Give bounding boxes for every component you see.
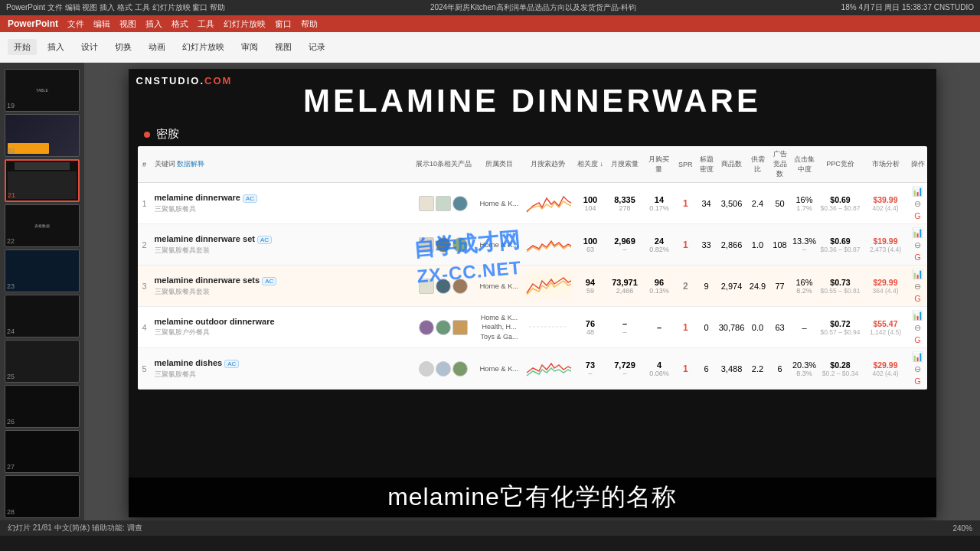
supply-cell-5: 2.2 (746, 348, 769, 390)
spr-cell-1: 1 (675, 183, 696, 224)
relevance-cell-3: 94 59 (574, 266, 606, 307)
ppc-cell-4: $0.72 $0.57 – $0.94 (818, 307, 863, 348)
prod-count-cell-5: 3,488 (717, 348, 746, 390)
slide-num-28: 28 (7, 508, 15, 516)
slide-canvas: CNSTUDIO.COM MELAMINE DINNERWARE 密胺 # 关键… (129, 69, 936, 517)
trend-cell-2 (522, 224, 574, 266)
click-focus-cell-4: – (791, 307, 818, 348)
slide-thumb-21[interactable]: 21 (5, 159, 80, 202)
ribbon-menu-format[interactable]: 格式 (172, 18, 188, 30)
actions-cell-4[interactable]: 📊 ⊖ G (909, 307, 927, 348)
slide-panel: TABLE 19 20 21 表格数据 22 23 (0, 63, 84, 520)
ribbon-menu-edit[interactable]: 编辑 (93, 18, 110, 30)
actions-cell-1[interactable]: 📊 ⊖ G (909, 183, 927, 224)
trend-cell-5 (522, 348, 574, 390)
category-cell-5: Home & K... (476, 348, 522, 390)
supply-cell-2: 1.0 (746, 224, 769, 266)
tab-view[interactable]: 视图 (269, 39, 298, 55)
status-left: 幻灯片 21/81 中文(简体) 辅助功能: 调查 (8, 523, 142, 533)
trend-chart-4 (525, 315, 571, 339)
tab-design[interactable]: 设计 (75, 39, 104, 55)
category-cell-1: Home & K... (476, 183, 522, 224)
subtitle-bar: melamine它有化学的名称 (129, 478, 936, 517)
ribbon-menu-insert[interactable]: 插入 (145, 18, 162, 30)
ppc-cell-5: $0.28 $0.2 – $0.34 (818, 348, 863, 390)
prod-count-cell-3: 2,974 (717, 266, 746, 307)
supply-cell-4: 0.0 (746, 307, 769, 348)
tab-insert[interactable]: 插入 (41, 39, 70, 55)
actions-cell-3[interactable]: 📊 ⊖ G (909, 266, 927, 307)
relevance-cell-5: 73 – (574, 348, 606, 390)
table-row: 2 melamine dinnerware set AC 三聚氰胺餐具套装 (138, 224, 927, 266)
mac-left: PowerPoint 文件 编辑 视图 插入 格式 工具 幻灯片放映 窗口 帮助 (6, 2, 225, 13)
actions-cell-5[interactable]: 📊 ⊖ G (909, 348, 927, 390)
click-focus-cell-5: 20.3% 8.3% (791, 348, 818, 390)
data-table-wrap: # 关键词 数据解释 展示10条相关产品 所属类目 月搜索趋势 相关度 ↓ 月搜… (138, 146, 927, 390)
slide-title: MELAMINE DINNERWARE (129, 69, 936, 126)
row-index-4: 4 (138, 307, 152, 348)
status-right: 240% (952, 524, 972, 533)
category-cell-4: Home & K...Health, H...Toys & Ga... (476, 307, 522, 348)
ad-count-cell-4: 63 (769, 307, 791, 348)
thumb-cell-5 (411, 348, 476, 390)
keyword-cell-4: melamine outdoor dinnerware 三聚氰胺户外餐具 (152, 307, 411, 348)
slide-thumb-19[interactable]: TABLE 19 (5, 69, 80, 112)
ribbon-menu-window[interactable]: 窗口 (275, 18, 292, 30)
ppt-toolbar: PowerPoint 文件 编辑 视图 插入 格式 工具 幻灯片放映 窗口 帮助 (0, 15, 980, 32)
buy-vol-cell-4: – (643, 307, 675, 348)
category-cell-2: Home & K... (476, 224, 522, 266)
title-density-cell-1: 34 (696, 183, 717, 224)
slide-thumb-24[interactable]: 24 (5, 295, 80, 337)
slide-thumb-26[interactable]: 26 (5, 385, 80, 428)
slide-thumb-25[interactable]: 25 (5, 340, 80, 383)
actions-cell-2[interactable]: 📊 ⊖ G (909, 224, 927, 266)
title-density-cell-5: 6 (696, 348, 717, 390)
click-focus-cell-3: 16% 8.2% (791, 266, 818, 307)
section-text: 密胺 (156, 127, 179, 142)
buy-vol-cell-5: 4 0.06% (643, 348, 675, 390)
slide-thumb-22[interactable]: 表格数据 22 (5, 204, 80, 247)
thumb-cell-4 (411, 307, 476, 348)
trend-cell-3 (522, 266, 574, 307)
ribbon-menu-file[interactable]: 文件 (67, 18, 84, 30)
prod-count-cell-1: 3,506 (717, 183, 746, 224)
status-bar: 幻灯片 21/81 中文(简体) 辅助功能: 调查 240% (0, 520, 980, 536)
tab-slideshow[interactable]: 幻灯片放映 (176, 39, 230, 55)
slide-num-24: 24 (7, 328, 15, 335)
search-vol-cell-2: 2,969 – (606, 224, 643, 266)
tab-transition[interactable]: 切换 (109, 39, 138, 55)
slide-thumb-27[interactable]: 27 (5, 430, 80, 473)
tab-home[interactable]: 开始 (8, 39, 37, 55)
thumb-cell-3 (411, 266, 476, 307)
supply-cell-3: 24.9 (746, 266, 769, 307)
col-relevance: 相关度 ↓ (574, 146, 606, 183)
trend-cell-1 (522, 183, 574, 224)
tab-animation[interactable]: 动画 (142, 39, 172, 55)
click-focus-cell-2: 13.3% – (791, 224, 818, 266)
col-actions: 操作 (909, 146, 927, 183)
slide-thumb-20[interactable]: 20 (5, 114, 80, 157)
col-products: 展示10条相关产品 (411, 146, 476, 183)
ribbon-menu-slideshow[interactable]: 幻灯片放映 (224, 18, 266, 30)
col-spr: SPR (675, 146, 696, 183)
slide-num-19: 19 (7, 102, 15, 109)
title-density-cell-2: 33 (696, 224, 717, 266)
col-ad-count: 广告竞品数 (769, 146, 791, 183)
slide-thumb-28[interactable]: 28 (5, 475, 80, 518)
slide-num-27: 27 (7, 463, 15, 471)
tab-record[interactable]: 记录 (302, 39, 332, 55)
col-market: 市场分析 (863, 146, 909, 183)
tab-review[interactable]: 审阅 (235, 39, 264, 55)
ribbon-menu-view[interactable]: 视图 (119, 18, 136, 30)
ribbon-menu-tools[interactable]: 工具 (198, 18, 214, 30)
category-cell-3: Home & K... (476, 266, 522, 307)
slide-thumb-23[interactable]: 23 (5, 249, 80, 292)
spr-cell-4: 1 (675, 307, 696, 348)
col-ppc: PPC竞价 (818, 146, 863, 183)
mac-right: 18% 4月7日 周日 15:38:37 CNSTUDIO (841, 2, 974, 13)
ribbon-menu-help[interactable]: 帮助 (301, 18, 318, 30)
table-row: 5 melamine dishes AC 三聚氰胺餐具 (138, 348, 927, 390)
col-buy-vol: 月购买量 (643, 146, 675, 183)
keyword-cell-5: melamine dishes AC 三聚氰胺餐具 (152, 348, 411, 390)
data-table: # 关键词 数据解释 展示10条相关产品 所属类目 月搜索趋势 相关度 ↓ 月搜… (138, 146, 927, 390)
